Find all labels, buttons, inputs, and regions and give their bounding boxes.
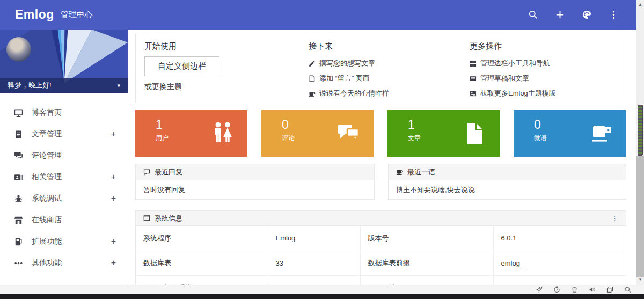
manage-drafts-link[interactable]: 管理草稿和文章 [470,71,626,86]
info-key: 数据库表 [136,251,268,275]
windows-icon[interactable] [606,286,613,293]
sidebar-item-label: 博客首页 [32,108,62,118]
search-icon[interactable] [528,10,538,20]
stat-card-articles[interactable]: 1 文章 [387,110,500,157]
scroll-down-icon[interactable]: ▼ [636,277,644,282]
expand-icon[interactable]: + [111,259,116,267]
page-icon [309,75,316,82]
sidebar-item-label: 评论管理 [32,151,62,161]
ellipsis-icon [14,259,23,268]
plugin-icon [14,237,23,246]
sidebar-item-label: 在线商店 [32,215,62,225]
bug-icon [14,194,23,203]
sidebar-item-other[interactable]: 其他功能 + [0,252,128,274]
info-value: Emlog [268,226,360,251]
greeting-text: 释梦，晚上好! [8,78,52,93]
stat-card-users[interactable]: 1 用户 [135,110,247,157]
stat-card-whispers[interactable]: 0 微语 [514,110,626,157]
next-steps-title: 接下来 [309,41,470,52]
system-info-header: 系统信息 ⋮ [136,211,626,226]
add-guestbook-page-link[interactable]: 添加 “留言” 页面 [309,71,470,86]
expand-icon[interactable]: + [111,173,116,181]
palette-icon[interactable] [582,10,592,20]
write-article-link[interactable]: 撰写您的想写文章 [309,56,470,71]
recent-replies-body: 暂时没有回复 [136,180,374,199]
expand-icon[interactable]: + [111,237,116,246]
get-themes-link[interactable]: 获取更多Emlog主题模版 [470,86,626,101]
sidebar-item-label: 相关管理 [32,172,62,182]
mood-cup-icon [309,90,316,97]
scrollbar[interactable]: ▲ ▼ [636,0,644,285]
kebab-icon[interactable] [609,10,619,20]
caret-down-icon[interactable]: ▾ [117,78,120,93]
write-icon [309,60,316,67]
add-icon[interactable] [555,10,565,20]
window-icon [143,215,150,222]
user-avatar[interactable] [6,37,31,62]
link-label: 获取更多Emlog主题模版 [480,89,556,98]
volume-icon[interactable] [589,286,596,293]
more-actions-column: 更多操作 管理边栏小工具和导航 管理草稿和文章 [470,41,626,103]
info-key: 系统程序 [136,226,268,251]
info-key: 数据库表前缀 [360,251,493,275]
sidebar-item-comments[interactable]: 评论管理 [0,145,128,166]
users-icon [210,121,236,147]
recent-replies-header: 最近回复 [136,164,374,180]
scroll-up-icon[interactable]: ▲ [636,2,644,7]
sidebar-item-label: 系统调试 [32,194,62,203]
zoom-icon[interactable] [624,286,631,293]
sidebar: 释梦，晚上好! ▾ 博客首页 文章管理 + [0,30,128,285]
change-theme-link[interactable]: 或更换主题 [144,82,309,92]
profile-banner: 释梦，晚上好! ▾ [0,30,128,93]
recent-whisper-title: 最近一语 [407,167,435,177]
speed-icon[interactable] [553,286,560,293]
sidebar-item-home[interactable]: 博客首页 [0,102,128,123]
sidebar-item-extensions[interactable]: 扩展功能 + [0,231,128,252]
sidebar-item-store[interactable]: 在线商店 [0,209,128,231]
themes-icon [470,90,477,97]
link-label: 添加 “留言” 页面 [319,74,370,83]
scrollbar-thumb[interactable] [638,105,643,156]
top-navbar: Emlog 管理中心 [0,0,636,30]
recent-replies-panel: 最近回复 暂时没有回复 [135,164,375,200]
recent-whisper-header: 最近一语 [389,164,626,180]
sidebar-item-articles[interactable]: 文章管理 + [0,123,128,145]
rocket-icon[interactable] [536,286,543,293]
link-label: 说说看今天的心情咋样 [319,89,389,98]
recent-whisper-panel: 最近一语 博主不知要说啥,快去说说 [388,164,626,200]
taskbar-strip [0,294,644,299]
expand-icon[interactable]: + [111,130,116,138]
browser-toolbar [0,285,644,294]
customize-sidebar-button[interactable]: 自定义侧边栏 [144,56,219,76]
emlog-admin-app: Emlog 管理中心 [0,0,644,299]
post-mood-link[interactable]: 说说看今天的心情咋样 [309,86,470,101]
user-greeting[interactable]: 释梦，晚上好! ▾ [0,78,128,93]
table-row: 数据库表 33 数据库表前缀 emlog_ [136,251,626,275]
stat-cards-row: 1 用户 0 评论 1 [135,110,626,157]
system-info-panel: 系统信息 ⋮ 系统程序 Emlog 版本号 6.0.1 数据库表 33 数据库表… [135,210,626,289]
emlog-logo[interactable]: Emlog [15,8,54,22]
expand-icon[interactable]: + [111,194,116,203]
widgets-icon [470,60,477,67]
article-icon [14,130,23,139]
sidebar-item-related[interactable]: 相关管理 + [0,166,128,188]
info-key: 版本号 [360,226,493,251]
manage-widgets-link[interactable]: 管理边栏小工具和导航 [470,56,626,71]
admin-center-title: 管理中心 [61,10,93,20]
recent-whisper-body: 博主不知要说啥,快去说说 [389,180,626,199]
sidebar-item-debug[interactable]: 系统调试 + [0,188,128,209]
getting-started-column: 开始使用 自定义侧边栏 或更换主题 [144,41,309,103]
panel-menu-icon[interactable]: ⋮ [611,214,618,222]
document-icon [462,121,488,147]
sidebar-item-label: 其他功能 [32,258,62,268]
next-steps-column: 接下来 撰写您的想写文章 添加 “留言” 页面 [309,41,470,103]
stat-card-comments[interactable]: 0 评论 [261,110,374,157]
trash-icon[interactable] [571,286,578,293]
recent-replies-title: 最近回复 [155,167,182,177]
info-value: emlog_ [493,251,626,275]
contact-card-icon [14,173,23,182]
info-value: 33 [268,251,360,275]
scrollbar-track-lower[interactable] [636,156,644,277]
sidebar-menu: 博客首页 文章管理 + 评论管理 [0,93,128,274]
teacup-icon [588,121,614,147]
